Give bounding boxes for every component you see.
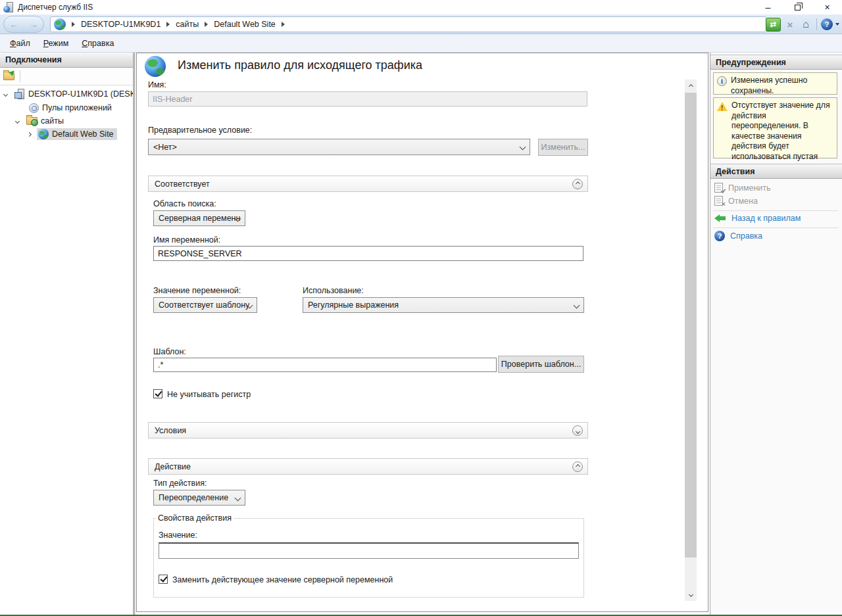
close-button[interactable]: ×	[812, 0, 842, 14]
minimize-icon: –	[766, 2, 771, 12]
action-properties-title: Свойства действия	[156, 513, 234, 523]
collapse-section-button[interactable]	[572, 462, 583, 472]
panel-splitter[interactable]	[133, 53, 136, 616]
home-icon: ⌂	[803, 18, 809, 30]
breadcrumb-arrow-icon[interactable]	[205, 22, 208, 27]
help-button[interactable]: ?	[821, 18, 833, 30]
breadcrumb[interactable]: DESKTOP-U1MK9D1 сайты Default Web Site	[50, 16, 766, 32]
breadcrumb-default-web-site[interactable]: Default Web Site	[214, 20, 276, 29]
forward-icon[interactable]: →	[30, 20, 38, 30]
variable-name-label: Имя переменной:	[153, 235, 220, 245]
tree-item-label: Пулы приложений	[42, 103, 112, 112]
conditions-section-title: Условия	[155, 426, 186, 435]
expand-icon[interactable]	[15, 118, 20, 123]
replace-value-checkbox[interactable]	[159, 575, 168, 584]
alert-text: Изменения успешно сохранены.	[731, 76, 834, 91]
tree-item-label: Default Web Site	[52, 130, 114, 139]
minimize-button[interactable]: –	[753, 0, 783, 14]
connections-header: Подключения	[0, 53, 133, 68]
test-pattern-button[interactable]: Проверить шаблон...	[498, 356, 584, 373]
breadcrumb-sites[interactable]: сайты	[176, 20, 199, 29]
window-title: Диспетчер служб IIS	[18, 3, 93, 12]
ignore-case-label[interactable]: Не учитывать регистр	[167, 390, 251, 399]
name-label: Имя:	[148, 80, 166, 89]
selected-tree-item[interactable]: Default Web Site	[37, 128, 117, 140]
tree-item-default-web-site[interactable]: Default Web Site	[28, 128, 117, 141]
apply-icon	[714, 183, 723, 193]
menu-file[interactable]: Файл	[10, 39, 30, 48]
scroll-down-button[interactable]	[685, 590, 697, 601]
breadcrumb-arrow-icon[interactable]	[72, 22, 75, 27]
restore-button[interactable]	[783, 0, 812, 14]
application-pools-icon	[29, 103, 39, 113]
main-content: Изменить правило для исходящего трафика …	[136, 53, 708, 612]
back-arrow-icon	[714, 214, 726, 222]
usage-label: Использование:	[303, 286, 364, 295]
scrollbar-thumb[interactable]	[685, 93, 697, 557]
action-label[interactable]: Справка	[730, 231, 762, 241]
action-section-header[interactable]: Действие	[148, 458, 588, 475]
action-label[interactable]: Назад к правилам	[731, 214, 801, 223]
titlebar: Диспетчер служб IIS – ×	[0, 0, 842, 14]
usage-select[interactable]: Регулярные выражения	[303, 297, 584, 313]
tree-item-server[interactable]: DESKTOP-U1MK9D1 (DESKTOP	[4, 87, 133, 101]
action-section-title: Действие	[155, 462, 191, 471]
toolbar-divider	[20, 70, 20, 82]
action-label: Применить	[728, 183, 771, 193]
back-icon[interactable]: ←	[10, 20, 18, 30]
refresh-button[interactable]: ⇄	[766, 18, 781, 32]
cancel-icon: ×	[714, 196, 723, 206]
replace-value-label[interactable]: Заменить действующее значение серверной …	[172, 575, 393, 584]
back-to-rules-action[interactable]: Назад к правилам	[714, 214, 801, 223]
breadcrumb-arrow-icon[interactable]	[282, 22, 285, 27]
restore-icon	[795, 5, 801, 11]
connections-panel: Подключения DESKTOP-U1MK9D1 (DESKTOP Пул…	[0, 53, 133, 616]
save-connections-icon[interactable]	[3, 72, 14, 80]
precondition-select[interactable]: <Нет>	[148, 139, 530, 155]
variable-name-input[interactable]	[153, 246, 583, 261]
actions-header: Действия	[710, 164, 842, 179]
connections-toolbar	[0, 68, 133, 85]
precondition-value: <Нет>	[153, 143, 177, 152]
pattern-input[interactable]	[153, 358, 497, 372]
ignore-case-checkbox[interactable]	[153, 389, 162, 398]
breadcrumb-server[interactable]: DESKTOP-U1MK9D1	[81, 20, 161, 29]
alert-warning: Отсутствует значение для действия переоп…	[713, 97, 837, 158]
refresh-icon: ⇄	[770, 20, 776, 29]
actions-divider	[713, 210, 838, 211]
action-type-select[interactable]: Переопределение	[153, 490, 245, 506]
usage-value: Регулярные выражения	[308, 300, 399, 310]
conditions-section-header[interactable]: Условия	[148, 422, 588, 438]
chevron-down-icon	[235, 495, 241, 502]
help-action[interactable]: ? Справка	[714, 231, 762, 241]
vertical-scrollbar[interactable]	[685, 80, 697, 601]
value-input[interactable]	[159, 542, 579, 559]
address-bar: ← → DESKTOP-U1MK9D1 сайты Default Web Si…	[0, 14, 842, 34]
tree-item-app-pools[interactable]: Пулы приложений	[29, 101, 112, 114]
scope-select[interactable]: Серверная переменн	[153, 210, 245, 226]
chevron-up-icon	[575, 181, 580, 185]
expand-icon[interactable]	[3, 91, 8, 96]
menu-help[interactable]: Справка	[82, 39, 114, 48]
variable-value-select[interactable]: Соответствует шаблону	[153, 297, 257, 313]
tree-item-sites[interactable]: сайты	[16, 114, 64, 128]
scroll-up-button[interactable]	[685, 80, 697, 91]
alert-text: Отсутствует значение для действия переоп…	[731, 101, 834, 155]
expand-section-button[interactable]	[572, 425, 583, 436]
tree-item-label: DESKTOP-U1MK9D1 (DESKTOP	[28, 89, 133, 99]
home-button[interactable]: ⌂	[799, 18, 812, 31]
stop-button: ×	[783, 18, 797, 31]
warning-icon	[717, 102, 728, 111]
collapse-section-button[interactable]	[572, 179, 583, 189]
page-title: Изменить правило для исходящего трафика	[178, 59, 422, 72]
tree-item-label: сайты	[41, 116, 64, 126]
navigation-buttons: ← →	[3, 16, 44, 33]
site-globe-icon	[38, 129, 49, 139]
breadcrumb-arrow-icon[interactable]	[166, 22, 170, 27]
action-type-label: Тип действия:	[153, 479, 207, 488]
expand-icon[interactable]	[27, 131, 32, 136]
chevron-down-icon	[520, 144, 526, 151]
help-dropdown-icon[interactable]	[835, 23, 839, 26]
match-section-header[interactable]: Соответствует	[148, 176, 588, 192]
menu-view[interactable]: Режим	[43, 39, 69, 48]
